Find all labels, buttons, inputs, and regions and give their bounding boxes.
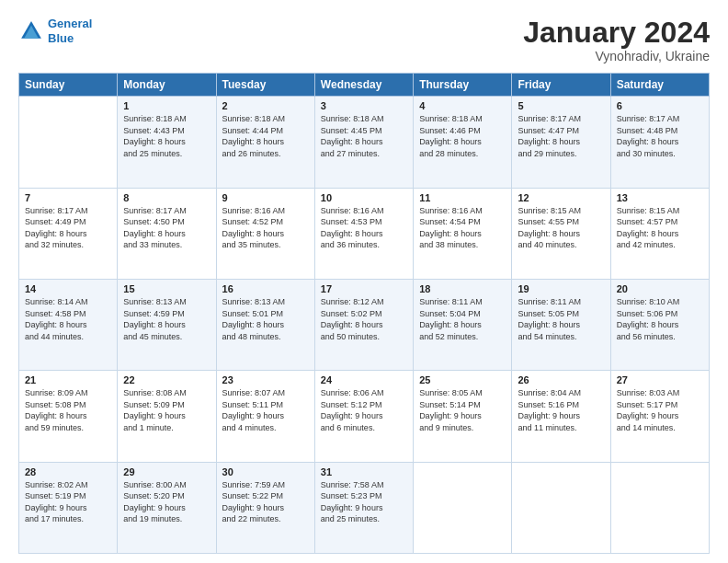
day-number: 11 — [419, 192, 506, 203]
day-info: Sunrise: 7:59 AM Sunset: 5:22 PM Dayligh… — [222, 479, 309, 525]
day-info: Sunrise: 8:05 AM Sunset: 5:14 PM Dayligh… — [419, 387, 506, 433]
day-number: 22 — [123, 374, 210, 385]
day-info: Sunrise: 8:04 AM Sunset: 5:16 PM Dayligh… — [518, 387, 604, 433]
day-number: 5 — [518, 100, 604, 111]
day-number: 20 — [617, 283, 703, 294]
day-number: 24 — [321, 374, 407, 385]
day-number: 10 — [321, 192, 407, 203]
header-cell-tuesday: Tuesday — [216, 74, 314, 97]
day-info: Sunrise: 8:18 AM Sunset: 4:45 PM Dayligh… — [321, 113, 407, 159]
day-info: Sunrise: 8:11 AM Sunset: 5:04 PM Dayligh… — [419, 296, 506, 342]
day-info: Sunrise: 8:16 AM Sunset: 4:53 PM Dayligh… — [321, 205, 407, 251]
day-info: Sunrise: 8:18 AM Sunset: 4:44 PM Dayligh… — [222, 113, 309, 159]
day-number: 29 — [123, 466, 210, 477]
day-cell: 4Sunrise: 8:18 AM Sunset: 4:46 PM Daylig… — [414, 97, 512, 188]
day-info: Sunrise: 8:15 AM Sunset: 4:55 PM Dayligh… — [518, 205, 604, 251]
day-cell: 29Sunrise: 8:00 AM Sunset: 5:20 PM Dayli… — [118, 462, 216, 553]
day-info: Sunrise: 8:02 AM Sunset: 5:19 PM Dayligh… — [25, 479, 111, 525]
day-number: 18 — [419, 283, 506, 294]
day-info: Sunrise: 8:18 AM Sunset: 4:46 PM Dayligh… — [419, 113, 506, 159]
day-cell: 13Sunrise: 8:15 AM Sunset: 4:57 PM Dayli… — [610, 188, 709, 279]
header-cell-wednesday: Wednesday — [314, 74, 413, 97]
day-number: 8 — [123, 192, 210, 203]
calendar-table: SundayMondayTuesdayWednesdayThursdayFrid… — [18, 73, 710, 554]
day-cell: 14Sunrise: 8:14 AM Sunset: 4:58 PM Dayli… — [19, 279, 118, 370]
day-cell: 20Sunrise: 8:10 AM Sunset: 5:06 PM Dayli… — [610, 279, 709, 370]
day-number: 7 — [25, 192, 111, 203]
logo-line1: General — [48, 17, 92, 30]
day-cell: 5Sunrise: 8:17 AM Sunset: 4:47 PM Daylig… — [512, 97, 610, 188]
day-number: 2 — [222, 100, 309, 111]
day-info: Sunrise: 8:09 AM Sunset: 5:08 PM Dayligh… — [25, 387, 111, 433]
page: General Blue January 2024 Vynohradiv, Uk… — [0, 0, 728, 563]
day-number: 23 — [222, 374, 309, 385]
day-number: 17 — [321, 283, 407, 294]
header-cell-friday: Friday — [512, 74, 610, 97]
day-cell: 25Sunrise: 8:05 AM Sunset: 5:14 PM Dayli… — [414, 371, 512, 462]
day-info: Sunrise: 7:58 AM Sunset: 5:23 PM Dayligh… — [321, 479, 407, 525]
day-cell — [610, 462, 709, 553]
top-section: General Blue January 2024 Vynohradiv, Uk… — [18, 17, 710, 63]
day-number: 3 — [321, 100, 407, 111]
day-info: Sunrise: 8:08 AM Sunset: 5:09 PM Dayligh… — [123, 387, 210, 433]
day-cell — [19, 97, 118, 188]
header-cell-thursday: Thursday — [414, 74, 512, 97]
day-cell: 1Sunrise: 8:18 AM Sunset: 4:43 PM Daylig… — [118, 97, 216, 188]
location: Vynohradiv, Ukraine — [523, 49, 710, 63]
day-cell: 24Sunrise: 8:06 AM Sunset: 5:12 PM Dayli… — [314, 371, 413, 462]
day-cell: 12Sunrise: 8:15 AM Sunset: 4:55 PM Dayli… — [512, 188, 610, 279]
day-info: Sunrise: 8:17 AM Sunset: 4:47 PM Dayligh… — [518, 113, 604, 159]
day-info: Sunrise: 8:17 AM Sunset: 4:49 PM Dayligh… — [25, 205, 111, 251]
week-row-2: 7Sunrise: 8:17 AM Sunset: 4:49 PM Daylig… — [19, 188, 710, 279]
day-number: 21 — [25, 374, 111, 385]
logo-line2: Blue — [48, 31, 74, 45]
day-cell: 2Sunrise: 8:18 AM Sunset: 4:44 PM Daylig… — [216, 97, 314, 188]
day-info: Sunrise: 8:18 AM Sunset: 4:43 PM Dayligh… — [123, 113, 210, 159]
day-cell: 16Sunrise: 8:13 AM Sunset: 5:01 PM Dayli… — [216, 279, 314, 370]
day-cell: 7Sunrise: 8:17 AM Sunset: 4:49 PM Daylig… — [19, 188, 118, 279]
day-cell: 27Sunrise: 8:03 AM Sunset: 5:17 PM Dayli… — [610, 371, 709, 462]
day-cell: 30Sunrise: 7:59 AM Sunset: 5:22 PM Dayli… — [216, 462, 314, 553]
day-number: 1 — [123, 100, 210, 111]
day-number: 19 — [518, 283, 604, 294]
day-cell: 9Sunrise: 8:16 AM Sunset: 4:52 PM Daylig… — [216, 188, 314, 279]
day-info: Sunrise: 8:14 AM Sunset: 4:58 PM Dayligh… — [25, 296, 111, 342]
day-number: 27 — [617, 374, 703, 385]
day-info: Sunrise: 8:00 AM Sunset: 5:20 PM Dayligh… — [123, 479, 210, 525]
day-info: Sunrise: 8:16 AM Sunset: 4:52 PM Dayligh… — [222, 205, 309, 251]
day-cell: 19Sunrise: 8:11 AM Sunset: 5:05 PM Dayli… — [512, 279, 610, 370]
day-number: 30 — [222, 466, 309, 477]
day-info: Sunrise: 8:16 AM Sunset: 4:54 PM Dayligh… — [419, 205, 506, 251]
day-cell — [414, 462, 512, 553]
header-row: SundayMondayTuesdayWednesdayThursdayFrid… — [19, 74, 710, 97]
logo: General Blue — [18, 17, 92, 45]
day-info: Sunrise: 8:17 AM Sunset: 4:48 PM Dayligh… — [617, 113, 703, 159]
day-cell: 18Sunrise: 8:11 AM Sunset: 5:04 PM Dayli… — [414, 279, 512, 370]
day-cell: 15Sunrise: 8:13 AM Sunset: 4:59 PM Dayli… — [118, 279, 216, 370]
day-cell: 3Sunrise: 8:18 AM Sunset: 4:45 PM Daylig… — [314, 97, 413, 188]
day-cell: 31Sunrise: 7:58 AM Sunset: 5:23 PM Dayli… — [314, 462, 413, 553]
month-title: January 2024 — [523, 17, 710, 49]
day-number: 4 — [419, 100, 506, 111]
day-cell — [512, 462, 610, 553]
day-number: 13 — [617, 192, 703, 203]
day-number: 26 — [518, 374, 604, 385]
day-info: Sunrise: 8:13 AM Sunset: 4:59 PM Dayligh… — [123, 296, 210, 342]
day-info: Sunrise: 8:06 AM Sunset: 5:12 PM Dayligh… — [321, 387, 407, 433]
day-info: Sunrise: 8:11 AM Sunset: 5:05 PM Dayligh… — [518, 296, 604, 342]
day-cell: 8Sunrise: 8:17 AM Sunset: 4:50 PM Daylig… — [118, 188, 216, 279]
day-cell: 21Sunrise: 8:09 AM Sunset: 5:08 PM Dayli… — [19, 371, 118, 462]
day-cell: 11Sunrise: 8:16 AM Sunset: 4:54 PM Dayli… — [414, 188, 512, 279]
day-number: 16 — [222, 283, 309, 294]
day-cell: 23Sunrise: 8:07 AM Sunset: 5:11 PM Dayli… — [216, 371, 314, 462]
day-info: Sunrise: 8:10 AM Sunset: 5:06 PM Dayligh… — [617, 296, 703, 342]
title-section: January 2024 Vynohradiv, Ukraine — [523, 17, 710, 63]
logo-icon — [18, 18, 44, 44]
day-number: 12 — [518, 192, 604, 203]
day-cell: 10Sunrise: 8:16 AM Sunset: 4:53 PM Dayli… — [314, 188, 413, 279]
day-cell: 26Sunrise: 8:04 AM Sunset: 5:16 PM Dayli… — [512, 371, 610, 462]
day-cell: 17Sunrise: 8:12 AM Sunset: 5:02 PM Dayli… — [314, 279, 413, 370]
week-row-3: 14Sunrise: 8:14 AM Sunset: 4:58 PM Dayli… — [19, 279, 710, 370]
day-info: Sunrise: 8:15 AM Sunset: 4:57 PM Dayligh… — [617, 205, 703, 251]
week-row-5: 28Sunrise: 8:02 AM Sunset: 5:19 PM Dayli… — [19, 462, 710, 553]
